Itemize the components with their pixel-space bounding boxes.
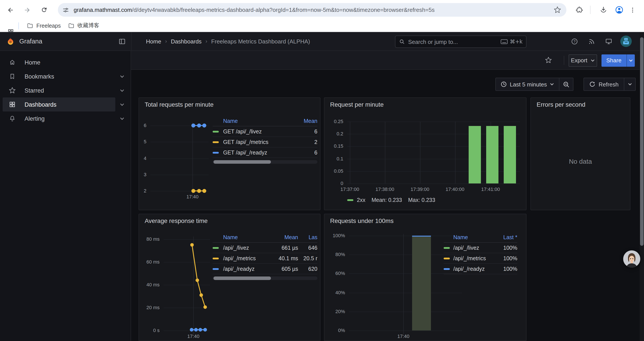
series-pill [212, 152, 219, 153]
zoom-out-button[interactable] [560, 78, 574, 91]
table-header: Name Mean [212, 116, 318, 126]
series-pill [347, 199, 353, 201]
sidebar-item-alerting-button[interactable]: Alerting [3, 112, 115, 126]
bookmark-label: 收藏博客 [78, 22, 99, 30]
panel-title[interactable]: Requests under 100ms [330, 217, 394, 224]
breadcrumb: Home › Dashboards › Freeleaps Metrics Da… [146, 32, 310, 51]
refresh-button[interactable]: Refresh [584, 78, 624, 91]
table-scrollbar[interactable] [212, 276, 318, 280]
column-mean[interactable]: Mean [270, 234, 298, 240]
sidebar-item-home: Home [0, 55, 131, 69]
profile-icon[interactable] [612, 3, 626, 17]
user-avatar[interactable] [620, 35, 632, 47]
panel-total-requests: Total requests per minute 6543217:40 Nam… [138, 97, 320, 210]
dashboards-grid-icon [9, 101, 16, 108]
browser-menu-icon[interactable] [626, 3, 639, 17]
column-name[interactable]: Name [223, 234, 270, 240]
folder-icon [68, 22, 74, 29]
grafana-logo[interactable] [6, 37, 15, 46]
scrollbar-thumb[interactable] [640, 37, 644, 246]
favorite-star-icon[interactable] [542, 54, 554, 66]
sidebar-item-home-button[interactable]: Home [3, 55, 115, 69]
chart-avg-response-time: 80 ms60 ms40 ms20 ms0 s17:40 [164, 239, 210, 330]
chart-request-per-minute: 0.250.20.150.10.05017:37:0017:38:0017:39… [347, 122, 520, 183]
time-range-button[interactable]: Last 5 minutes [496, 78, 560, 91]
back-icon[interactable] [4, 3, 17, 17]
bookmark-folder-freeleaps[interactable]: Freeleaps [23, 21, 64, 30]
chevron-down-icon [628, 82, 632, 87]
panel-title[interactable]: Errors per second [536, 101, 586, 108]
bookmarks-bar: Freeleaps 收藏博客 [0, 20, 644, 32]
column-name[interactable]: Name [223, 118, 293, 124]
brand-name[interactable]: Grafana [19, 38, 42, 45]
export-button[interactable]: Export [568, 54, 597, 67]
breadcrumb-separator: › [206, 38, 207, 44]
toolbar-separator [590, 6, 590, 14]
share-caret-button[interactable] [626, 54, 634, 67]
sidebar-item-starred-button[interactable]: Starred [3, 83, 115, 97]
column-last[interactable]: Las [298, 234, 318, 240]
panel-avg-response-time: Average response time 80 ms60 ms40 ms20 … [138, 214, 320, 341]
help-icon[interactable]: ? [568, 35, 580, 47]
breadcrumb-dashboards[interactable]: Dashboards [171, 38, 202, 45]
table-row: /api/_/metrics 40.1 ms 20.5 r [212, 253, 318, 264]
no-data-message: No data [531, 158, 630, 165]
toolbar-divider [564, 56, 564, 65]
sidebar-item-bookmarks-button[interactable]: Bookmarks [3, 69, 115, 83]
dashboard-canvas: Last 5 minutes Refresh Total requests pe… [131, 70, 644, 341]
download-icon[interactable] [597, 3, 610, 17]
url-text[interactable]: grafana.mathmast.com/d/deytv4rwavabkb/fr… [74, 7, 554, 13]
table-row: /api/_/readyz 100% [444, 264, 517, 274]
table-row: /api/_/readyz 605 µs 620 [212, 264, 318, 274]
search-icon [399, 39, 405, 45]
chevron-down-icon[interactable] [117, 72, 127, 81]
column-last[interactable]: Last * [492, 234, 517, 240]
news-rss-icon[interactable] [585, 35, 598, 47]
bell-icon [9, 115, 16, 122]
kiosk-monitor-icon[interactable] [602, 35, 615, 47]
table-header: Name Last * [444, 232, 517, 243]
chart-legend: 2xx Mean: 0.233 Max: 0.233 [347, 197, 435, 203]
home-icon [9, 59, 16, 66]
legend-table: Name Last * /api/_/livez 100% /api/_/met… [444, 232, 517, 274]
chevron-down-icon [590, 58, 595, 63]
sidebar-item-dashboards-button[interactable]: Dashboards [3, 97, 115, 112]
extensions-icon[interactable] [572, 3, 586, 17]
bookmark-star-icon[interactable] [554, 6, 561, 14]
bookmark-folder-blogs[interactable]: 收藏博客 [64, 21, 103, 31]
chevron-down-icon[interactable] [117, 114, 127, 123]
table-row: /api/_/livez 100% [444, 243, 517, 253]
table-scrollbar[interactable] [212, 160, 318, 164]
legend-table: Name Mean Las /api/_/livez 661 µs 646 /a… [212, 232, 318, 280]
series-pill [444, 247, 450, 249]
share-button[interactable]: Share [602, 54, 626, 67]
panel-title[interactable]: Total requests per minute [145, 101, 214, 108]
table-row: GET /api/_/livez 6 [212, 126, 318, 137]
column-mean[interactable]: Mean [293, 118, 318, 124]
table-row: GET /api/_/readyz 6 [212, 147, 318, 158]
panel-title[interactable]: Average response time [145, 217, 208, 224]
clock-icon [501, 81, 507, 87]
search-box[interactable]: ⌘+k [395, 36, 526, 48]
breadcrumb-home[interactable]: Home [146, 38, 161, 45]
reload-icon[interactable] [37, 3, 50, 17]
panel-request-per-minute: Request per minute 0.250.20.150.10.05017… [324, 97, 526, 210]
url-bar[interactable]: grafana.mathmast.com/d/deytv4rwavabkb/fr… [58, 3, 566, 17]
search-shortcut: ⌘+k [501, 39, 522, 45]
chevron-down-icon[interactable] [117, 86, 127, 95]
column-name[interactable]: Name [453, 234, 492, 240]
chevron-down-icon[interactable] [117, 100, 127, 109]
refresh-interval-caret[interactable] [624, 78, 636, 91]
dashboard-toolbar: Export Share [131, 51, 644, 70]
forward-icon[interactable] [20, 3, 34, 17]
grafana-nav: Grafana Home › Dashboards › Freeleaps Me… [0, 32, 644, 51]
sidebar-toggle-icon[interactable] [116, 35, 128, 47]
series-pill [212, 131, 219, 132]
page-scrollbar[interactable] [640, 32, 644, 341]
assistant-avatar[interactable] [623, 250, 640, 268]
chevron-down-icon [628, 58, 633, 63]
series-pill [212, 257, 219, 259]
search-input[interactable] [408, 38, 501, 45]
site-settings-icon[interactable] [62, 6, 69, 14]
panel-title[interactable]: Request per minute [330, 101, 384, 108]
